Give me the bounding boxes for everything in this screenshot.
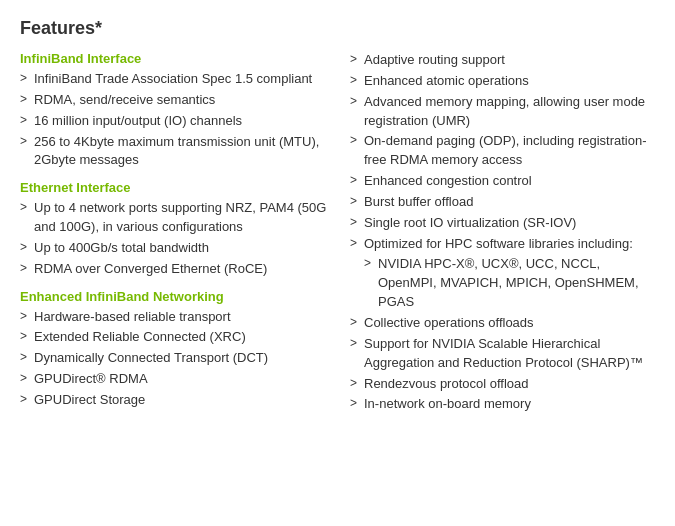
- list-item: Support for NVIDIA Scalable Hierarchical…: [350, 335, 655, 373]
- list-item: Single root IO virtualization (SR-IOV): [350, 214, 655, 233]
- list-item: Hardware-based reliable transport: [20, 308, 330, 327]
- list-item: Up to 400Gb/s total bandwidth: [20, 239, 330, 258]
- section-header-infiniband: InfiniBand Interface: [20, 51, 330, 66]
- list-item: InfiniBand Trade Association Spec 1.5 co…: [20, 70, 330, 89]
- list-item: GPUDirect Storage: [20, 391, 330, 410]
- ethernet-list: Up to 4 network ports supporting NRZ, PA…: [20, 199, 330, 278]
- list-item: RDMA, send/receive semantics: [20, 91, 330, 110]
- list-item: GPUDirect® RDMA: [20, 370, 330, 389]
- section-header-ethernet: Ethernet Interface: [20, 180, 330, 195]
- list-item: In-network on-board memory: [350, 395, 655, 414]
- right-feature-list: Adaptive routing support Enhanced atomic…: [350, 51, 655, 414]
- list-item: Collective operations offloads: [350, 314, 655, 333]
- list-item: Up to 4 network ports supporting NRZ, PA…: [20, 199, 330, 237]
- list-item-sub: NVIDIA HPC-X®, UCX®, UCC, NCCL, OpenMPI,…: [350, 255, 655, 312]
- list-item: RDMA over Converged Ethernet (RoCE): [20, 260, 330, 279]
- list-item: Extended Reliable Connected (XRC): [20, 328, 330, 347]
- enhanced-ib-list: Hardware-based reliable transport Extend…: [20, 308, 330, 410]
- infiniband-list: InfiniBand Trade Association Spec 1.5 co…: [20, 70, 330, 170]
- list-item: Adaptive routing support: [350, 51, 655, 70]
- list-item: Enhanced congestion control: [350, 172, 655, 191]
- left-column: InfiniBand Interface InfiniBand Trade As…: [20, 51, 330, 418]
- list-item: On-demand paging (ODP), including regist…: [350, 132, 655, 170]
- list-item: Burst buffer offload: [350, 193, 655, 212]
- list-item: 256 to 4Kbyte maximum transmission unit …: [20, 133, 330, 171]
- page-title: Features*: [20, 18, 655, 39]
- list-item: Enhanced atomic operations: [350, 72, 655, 91]
- list-item: Rendezvous protocol offload: [350, 375, 655, 394]
- list-item: Dynamically Connected Transport (DCT): [20, 349, 330, 368]
- list-item: Optimized for HPC software libraries inc…: [350, 235, 655, 254]
- list-item: 16 million input/output (IO) channels: [20, 112, 330, 131]
- right-column: Adaptive routing support Enhanced atomic…: [350, 51, 655, 418]
- section-header-enhanced-ib: Enhanced InfiniBand Networking: [20, 289, 330, 304]
- list-item: Advanced memory mapping, allowing user m…: [350, 93, 655, 131]
